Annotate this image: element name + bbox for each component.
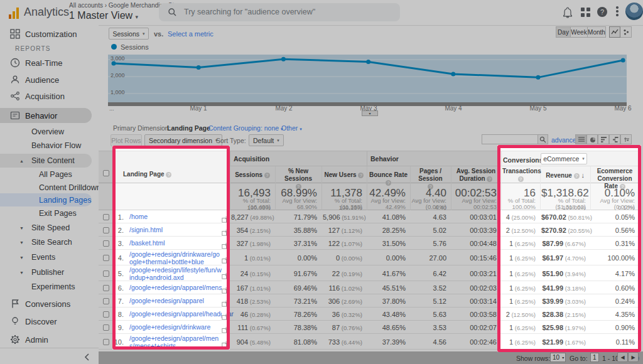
row-number: 2. — [112, 227, 124, 234]
open-in-new-icon[interactable] — [222, 339, 228, 350]
row-checkbox[interactable] — [103, 311, 109, 318]
primary-dimension-value[interactable]: Landing Page — [167, 124, 210, 132]
row-checkbox[interactable] — [103, 324, 109, 331]
other-dimension-link[interactable]: Other ▾ — [281, 124, 302, 132]
next-page-button[interactable]: ▶ — [628, 352, 639, 362]
apps-grid-icon[interactable] — [581, 8, 590, 17]
select-all-checkbox[interactable] — [103, 170, 109, 176]
row-checkbox[interactable] — [103, 285, 109, 291]
sidebar-item-publisher[interactable]: ▼Publisher — [0, 265, 99, 280]
open-in-new-icon[interactable] — [222, 255, 228, 266]
more-options-icon[interactable] — [616, 6, 619, 18]
metric-selector-dropdown[interactable]: Sessions▾ — [109, 28, 149, 40]
row-checkbox[interactable] — [103, 240, 109, 247]
table-search-button[interactable] — [538, 134, 548, 144]
sidebar-item-site-speed[interactable]: ▼Site Speed — [0, 220, 99, 235]
row-checkbox[interactable] — [103, 227, 109, 233]
view-selector[interactable]: 1 Master View ▾ — [69, 10, 138, 21]
landing-page-link[interactable]: /google+redesign/apparel/headgear — [129, 311, 222, 318]
x-axis-label: May 1 — [190, 105, 207, 112]
sidebar-item-customization[interactable]: Customization — [0, 26, 99, 41]
column-header-landing-page[interactable]: Landing Page ? — [123, 171, 171, 178]
content-grouping-link[interactable]: Content Grouping: none ▾ — [208, 124, 283, 132]
landing-page-link[interactable]: /google+redesign/apparel — [129, 297, 222, 305]
sidebar-item-site-content[interactable]: ▲Site Content — [0, 153, 99, 168]
cell-value: 116 (1.02%) — [323, 284, 362, 292]
reports-section-label: REPORTS — [15, 45, 51, 52]
landing-page-link[interactable]: /signin.html — [129, 227, 222, 234]
sidebar-item-behavior-flow[interactable]: Behavior Flow — [0, 138, 99, 153]
y-tick-3000: 3,000 — [111, 55, 125, 62]
sort-type-dropdown[interactable]: Default▾ — [249, 134, 284, 146]
sidebar-item-conversions[interactable]: Conversions — [0, 296, 99, 311]
row-checkbox[interactable] — [103, 298, 109, 304]
cell-value: 27.00 — [411, 254, 446, 262]
landing-page-link[interactable]: /google+redesign/apparel/mens/mens+t+shi… — [129, 335, 222, 350]
table-view-button[interactable] — [575, 134, 586, 144]
product-name[interactable]: Analytics — [24, 6, 69, 19]
cell-value: 35.88% — [276, 227, 317, 234]
conversions-type-dropdown[interactable]: eCommerce▾ — [541, 153, 587, 164]
row-number: 6. — [112, 284, 124, 292]
sidebar-item-behavior[interactable]: Behavior — [0, 108, 99, 123]
caret-up-icon: ▲ — [19, 159, 24, 163]
motion-chart-view-button[interactable] — [620, 26, 632, 38]
goto-input[interactable]: 1 — [590, 353, 599, 362]
landing-page-link[interactable]: /google+redesign/apparel/mens — [129, 284, 222, 292]
cell-value: $670.02 (50.81%) — [541, 213, 586, 221]
pivot-view-button[interactable] — [620, 134, 632, 144]
show-rows-dropdown[interactable]: 10▾ — [550, 353, 566, 362]
select-metric-link[interactable]: Select a metric — [168, 30, 213, 38]
x-axis-label: May 4 — [445, 105, 462, 112]
row-checkbox[interactable] — [103, 270, 109, 277]
help-icon[interactable]: ? — [597, 7, 607, 17]
row-checkbox[interactable] — [103, 255, 109, 261]
sidebar-item-exit-pages[interactable]: Exit Pages — [0, 206, 99, 221]
landing-page-link[interactable]: /google+redesign/drinkware/google+therma… — [129, 251, 222, 265]
line-chart-view-button[interactable] — [609, 26, 620, 38]
cell-value: $51.90 (3.94%) — [541, 270, 586, 277]
caret-down-icon: ▼ — [19, 226, 24, 230]
sidebar-item-discover[interactable]: Discover — [0, 314, 99, 329]
row-checkbox[interactable] — [103, 339, 109, 345]
sidebar-item-label: Behavior Flow — [31, 141, 81, 150]
granularity-week-button[interactable]: Week — [571, 26, 588, 38]
prev-page-button[interactable]: ◀ — [617, 352, 628, 362]
sidebar-collapse-icon[interactable] — [82, 352, 92, 362]
sidebar-divider — [0, 348, 99, 348]
column-header-transactions[interactable]: Transactions? — [502, 168, 539, 183]
granularity-month-button[interactable]: Month — [588, 26, 606, 38]
sidebar-item-site-search[interactable]: ▼Site Search — [0, 235, 99, 250]
notifications-bell-icon[interactable] — [563, 7, 573, 18]
granularity-day-button[interactable]: Day — [556, 26, 571, 38]
column-header-bounce-rate[interactable]: Bounce Rate ? — [368, 171, 409, 186]
landing-page-link[interactable]: /google+redesign/lifestyle/fun/windup+an… — [129, 267, 222, 281]
performance-view-button[interactable] — [598, 134, 609, 144]
plot-rows-button[interactable]: Plot Rows — [111, 134, 142, 146]
row-checkbox[interactable] — [103, 214, 109, 220]
table-search-input[interactable] — [482, 134, 538, 144]
cell-value: 5.63 — [411, 311, 446, 318]
landing-page-link[interactable]: /home — [129, 213, 222, 221]
cell-value: 69.46% — [276, 284, 317, 292]
sidebar-item-audience[interactable]: Audience — [0, 72, 99, 87]
sidebar-item-events[interactable]: ▼Events — [0, 250, 99, 265]
column-header-sessions[interactable]: Sessions ? — [231, 171, 274, 179]
comparison-view-button[interactable] — [609, 134, 620, 144]
landing-page-link[interactable]: /basket.html — [129, 240, 222, 247]
user-avatar[interactable] — [625, 3, 643, 20]
percentage-view-button[interactable] — [586, 134, 598, 144]
landing-page-link[interactable]: /google+redesign/drinkware — [129, 324, 222, 331]
sidebar-item-acquisition[interactable]: Acquisition — [0, 88, 99, 104]
open-in-new-icon[interactable] — [222, 270, 228, 282]
sidebar-item-admin[interactable]: Admin — [0, 332, 99, 347]
column-header-new-users[interactable]: New Users ? — [323, 171, 365, 179]
timeline-scrubber-handle[interactable]: ▾ — [362, 110, 378, 116]
sidebar-item-overview[interactable]: Overview — [0, 124, 99, 139]
column-header-avg-session-duration[interactable]: Avg. SessionDuration ? — [452, 168, 500, 183]
global-search[interactable]: Try searching for "audience overview" — [159, 3, 400, 21]
sidebar-item-experiments[interactable]: Experiments — [0, 279, 99, 294]
secondary-dimension-button[interactable]: Secondary dimension▾ — [144, 134, 222, 146]
sidebar-item-real-time[interactable]: Real-Time — [0, 55, 99, 70]
column-header-revenue[interactable]: Revenue ? ↓ — [541, 171, 589, 179]
